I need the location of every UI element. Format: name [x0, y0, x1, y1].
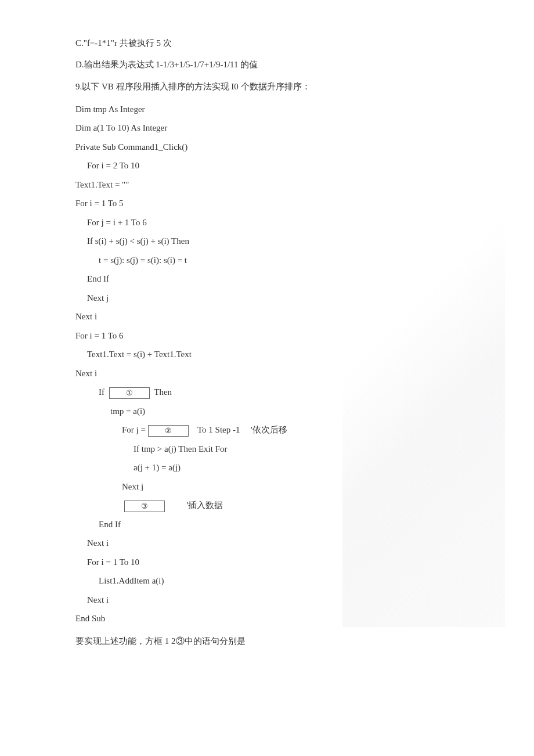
to-step: To 1 Step -1 [197, 425, 240, 434]
option-d: D.输出结果为表达式 1-1/3+1/5-1/7+1/9-1/11 的值 [75, 56, 505, 73]
code-blank3-line: ③ '插入数据 [122, 497, 505, 514]
code: Text1.Text = s(i) + Text1.Text [87, 346, 505, 363]
code: If tmp > a(j) Then Exit For [134, 441, 505, 458]
for-j: For j = [122, 425, 146, 434]
code: Next j [122, 478, 505, 495]
code: End If [99, 516, 505, 533]
if-keyword: If [99, 387, 104, 397]
code: End If [87, 271, 505, 287]
code: Next j [87, 290, 505, 307]
code-block: Dim tmp As Integer Dim a(1 To 10) As Int… [75, 101, 505, 627]
code: End Sub [75, 610, 505, 627]
comment-1: '依次后移 [251, 425, 287, 434]
then-keyword: Then [154, 387, 172, 397]
code: List1.AddItem a(i) [99, 573, 505, 589]
code: For i = 1 To 5 [75, 195, 505, 212]
code: Dim a(1 To 10) As Integer [75, 120, 505, 136]
code: t = s(j): s(j) = s(i): s(i) = t [99, 252, 505, 269]
code: If s(i) + s(j) < s(j) + s(i) Then [87, 233, 505, 250]
code: For i = 1 To 10 [87, 554, 505, 571]
code: Dim tmp As Integer [75, 101, 505, 118]
code: For i = 1 To 6 [75, 327, 505, 344]
code: Next i [87, 592, 505, 609]
question-9: 9.以下 VB 程序段用插入排序的方法实现 I0 个数据升序排序： [75, 78, 505, 95]
blank-1: ① [109, 387, 150, 399]
code: Text1.Text = "" [75, 177, 505, 193]
code: For j = i + 1 To 6 [87, 214, 505, 231]
blank-3: ③ [124, 501, 165, 512]
code: Next i [87, 535, 505, 552]
code-for-line: For j =② To 1 Step -1 '依次后移 [122, 422, 505, 438]
comment-2: '插入数据 [187, 501, 223, 510]
code: tmp = a(i) [110, 403, 505, 420]
code-if-line: If ① Then [99, 384, 505, 401]
closing-text: 要实现上述功能，方框 1 2③中的语句分别是 [75, 633, 505, 650]
code: Next i [75, 365, 505, 382]
option-c: C."f=-1*1"r 共被执行 5 次 [75, 35, 505, 52]
blank-2: ② [148, 425, 189, 437]
code: a(j + 1) = a(j) [134, 459, 505, 476]
code: For i = 2 To 10 [87, 157, 505, 174]
code: Next i [75, 308, 505, 325]
code: Private Sub Command1_Click() [75, 139, 505, 156]
